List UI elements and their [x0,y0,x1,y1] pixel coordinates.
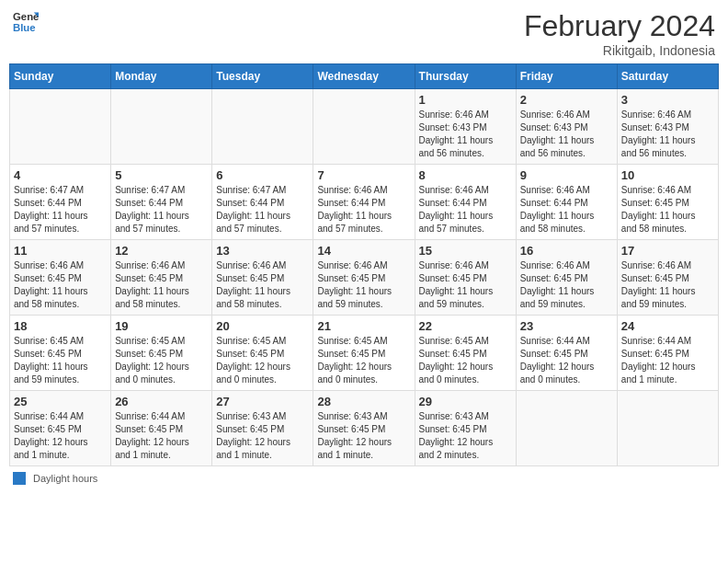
day-number: 11 [14,244,107,258]
calendar-week-row: 1Sunrise: 6:46 AM Sunset: 6:43 PM Daylig… [10,89,719,165]
day-number: 1 [419,93,512,107]
day-info: Sunrise: 6:44 AM Sunset: 6:45 PM Dayligh… [14,410,107,462]
day-info: Sunrise: 6:47 AM Sunset: 6:44 PM Dayligh… [14,184,107,236]
weekday-header: Sunday [10,64,111,89]
calendar-cell: 24Sunrise: 6:44 AM Sunset: 6:45 PM Dayli… [617,316,718,391]
day-info: Sunrise: 6:46 AM Sunset: 6:44 PM Dayligh… [520,184,613,236]
day-number: 28 [317,395,410,408]
calendar-week-row: 25Sunrise: 6:44 AM Sunset: 6:45 PM Dayli… [10,391,719,466]
day-number: 7 [317,168,410,182]
weekday-header: Friday [516,64,617,89]
calendar-table: SundayMondayTuesdayWednesdayThursdayFrid… [9,63,719,466]
logo-icon: General Blue [13,9,39,35]
day-info: Sunrise: 6:45 AM Sunset: 6:45 PM Dayligh… [14,335,107,386]
day-info: Sunrise: 6:46 AM Sunset: 6:43 PM Dayligh… [520,109,613,160]
calendar-cell [516,391,617,466]
calendar-week-row: 11Sunrise: 6:46 AM Sunset: 6:45 PM Dayli… [10,240,719,316]
calendar-cell: 16Sunrise: 6:46 AM Sunset: 6:45 PM Dayli… [516,240,617,316]
calendar-cell: 4Sunrise: 6:47 AM Sunset: 6:44 PM Daylig… [10,165,111,240]
day-info: Sunrise: 6:45 AM Sunset: 6:45 PM Dayligh… [115,335,208,386]
weekday-header: Tuesday [212,64,313,89]
day-number: 12 [115,244,208,258]
day-info: Sunrise: 6:46 AM Sunset: 6:45 PM Dayligh… [621,184,714,236]
calendar-cell: 5Sunrise: 6:47 AM Sunset: 6:44 PM Daylig… [111,165,212,240]
day-number: 24 [621,319,714,333]
day-number: 2 [520,93,613,107]
logo: General Blue [13,9,39,35]
legend-color-box [13,472,26,485]
day-info: Sunrise: 6:45 AM Sunset: 6:45 PM Dayligh… [419,335,512,386]
day-number: 23 [520,319,613,333]
day-number: 21 [317,319,410,333]
calendar-cell: 29Sunrise: 6:43 AM Sunset: 6:45 PM Dayli… [415,391,516,466]
title-section: February 2024 Rikitgaib, Indonesia [524,9,715,58]
page-header: General Blue February 2024 Rikitgaib, In… [9,9,719,58]
calendar-cell: 6Sunrise: 6:47 AM Sunset: 6:44 PM Daylig… [212,165,313,240]
day-info: Sunrise: 6:46 AM Sunset: 6:45 PM Dayligh… [216,259,309,311]
calendar-week-row: 18Sunrise: 6:45 AM Sunset: 6:45 PM Dayli… [10,316,719,391]
day-info: Sunrise: 6:46 AM Sunset: 6:45 PM Dayligh… [419,259,512,311]
calendar-week-row: 4Sunrise: 6:47 AM Sunset: 6:44 PM Daylig… [10,165,719,240]
calendar-cell [212,89,313,165]
calendar-cell: 19Sunrise: 6:45 AM Sunset: 6:45 PM Dayli… [111,316,212,391]
day-number: 5 [115,168,208,182]
main-title: February 2024 [524,9,715,43]
day-number: 3 [621,93,714,107]
calendar-cell: 21Sunrise: 6:45 AM Sunset: 6:45 PM Dayli… [313,316,415,391]
calendar-cell: 13Sunrise: 6:46 AM Sunset: 6:45 PM Dayli… [212,240,313,316]
calendar-cell: 26Sunrise: 6:44 AM Sunset: 6:45 PM Dayli… [111,391,212,466]
weekday-header-row: SundayMondayTuesdayWednesdayThursdayFrid… [10,64,719,89]
weekday-header: Wednesday [313,64,415,89]
sub-title: Rikitgaib, Indonesia [524,43,715,58]
day-info: Sunrise: 6:47 AM Sunset: 6:44 PM Dayligh… [115,184,208,236]
calendar-cell: 18Sunrise: 6:45 AM Sunset: 6:45 PM Dayli… [10,316,111,391]
day-number: 27 [216,395,309,408]
day-number: 16 [520,244,613,258]
calendar-cell: 27Sunrise: 6:43 AM Sunset: 6:45 PM Dayli… [212,391,313,466]
day-info: Sunrise: 6:46 AM Sunset: 6:45 PM Dayligh… [621,259,714,311]
day-number: 15 [419,244,512,258]
calendar-cell: 20Sunrise: 6:45 AM Sunset: 6:45 PM Dayli… [212,316,313,391]
day-info: Sunrise: 6:43 AM Sunset: 6:45 PM Dayligh… [419,410,512,462]
calendar-cell [111,89,212,165]
legend-label: Daylight hours [33,473,97,484]
day-info: Sunrise: 6:46 AM Sunset: 6:45 PM Dayligh… [14,259,107,311]
weekday-header: Saturday [617,64,718,89]
day-info: Sunrise: 6:46 AM Sunset: 6:45 PM Dayligh… [115,259,208,311]
day-number: 9 [520,168,613,182]
day-info: Sunrise: 6:44 AM Sunset: 6:45 PM Dayligh… [621,335,714,386]
day-number: 8 [419,168,512,182]
day-number: 10 [621,168,714,182]
day-info: Sunrise: 6:43 AM Sunset: 6:45 PM Dayligh… [317,410,410,462]
calendar-cell: 22Sunrise: 6:45 AM Sunset: 6:45 PM Dayli… [415,316,516,391]
day-number: 6 [216,168,309,182]
weekday-header: Monday [111,64,212,89]
calendar-cell: 11Sunrise: 6:46 AM Sunset: 6:45 PM Dayli… [10,240,111,316]
day-number: 14 [317,244,410,258]
day-info: Sunrise: 6:46 AM Sunset: 6:43 PM Dayligh… [419,109,512,160]
calendar-cell: 15Sunrise: 6:46 AM Sunset: 6:45 PM Dayli… [415,240,516,316]
calendar-cell [313,89,415,165]
calendar-cell: 7Sunrise: 6:46 AM Sunset: 6:44 PM Daylig… [313,165,415,240]
calendar-cell: 28Sunrise: 6:43 AM Sunset: 6:45 PM Dayli… [313,391,415,466]
day-number: 25 [14,395,107,408]
day-number: 22 [419,319,512,333]
day-info: Sunrise: 6:45 AM Sunset: 6:45 PM Dayligh… [317,335,410,386]
day-info: Sunrise: 6:46 AM Sunset: 6:43 PM Dayligh… [621,109,714,160]
calendar-cell: 8Sunrise: 6:46 AM Sunset: 6:44 PM Daylig… [415,165,516,240]
day-info: Sunrise: 6:43 AM Sunset: 6:45 PM Dayligh… [216,410,309,462]
calendar-cell: 1Sunrise: 6:46 AM Sunset: 6:43 PM Daylig… [415,89,516,165]
day-number: 17 [621,244,714,258]
footer: Daylight hours [9,472,719,485]
day-number: 26 [115,395,208,408]
day-info: Sunrise: 6:44 AM Sunset: 6:45 PM Dayligh… [115,410,208,462]
calendar-cell: 12Sunrise: 6:46 AM Sunset: 6:45 PM Dayli… [111,240,212,316]
calendar-cell [10,89,111,165]
day-info: Sunrise: 6:46 AM Sunset: 6:45 PM Dayligh… [520,259,613,311]
day-info: Sunrise: 6:45 AM Sunset: 6:45 PM Dayligh… [216,335,309,386]
calendar-cell: 3Sunrise: 6:46 AM Sunset: 6:43 PM Daylig… [617,89,718,165]
svg-text:Blue: Blue [13,22,36,33]
calendar-cell: 10Sunrise: 6:46 AM Sunset: 6:45 PM Dayli… [617,165,718,240]
day-number: 4 [14,168,107,182]
calendar-cell: 17Sunrise: 6:46 AM Sunset: 6:45 PM Dayli… [617,240,718,316]
